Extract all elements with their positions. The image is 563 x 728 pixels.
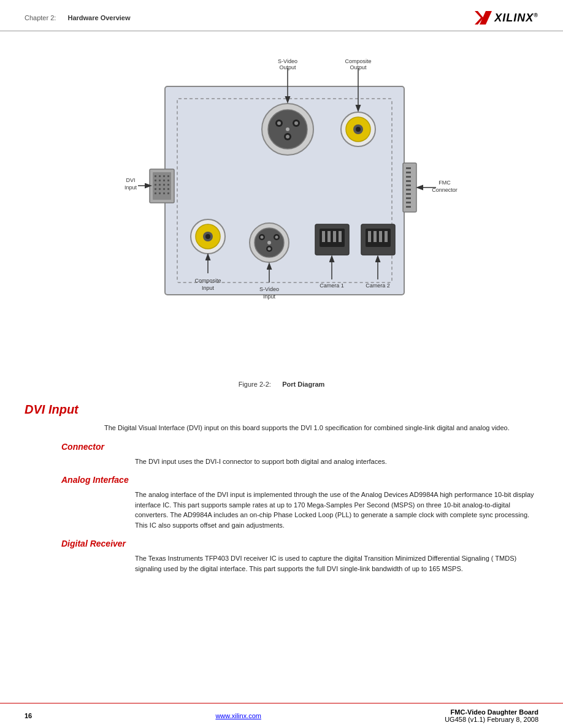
chapter-title: Hardware Overview (67, 14, 130, 21)
page-content: S-Video Output Composite Output DVI Inpu… (0, 31, 563, 594)
svg-text:Camera 1: Camera 1 (320, 282, 344, 289)
svg-rect-68 (339, 231, 342, 242)
page-footer: 16 www.xilinx.com FMC-Video Daughter Boa… (0, 703, 563, 728)
svg-rect-73 (379, 231, 382, 242)
svg-rect-34 (167, 188, 169, 190)
xilinx-text: XILINX® (494, 12, 538, 25)
svg-rect-25 (163, 180, 165, 181)
svg-rect-39 (403, 163, 416, 212)
svg-text:Input: Input (124, 184, 137, 191)
chapter-label: Chapter 2: (25, 14, 56, 21)
footer-link[interactable]: www.xilinx.com (215, 712, 261, 719)
svg-text:Camera 2: Camera 2 (366, 282, 390, 289)
svg-rect-21 (163, 175, 165, 177)
svg-text:Input: Input (263, 294, 276, 300)
svg-rect-26 (167, 180, 169, 181)
board-diagram: S-Video Output Composite Output DVI Inpu… (104, 50, 459, 368)
svg-rect-49 (406, 206, 411, 208)
svg-rect-45 (406, 189, 411, 191)
svg-text:Output: Output (279, 64, 296, 70)
dvi-input-heading: DVI Input (25, 403, 538, 417)
svg-point-12 (286, 127, 289, 131)
svg-point-10 (294, 121, 298, 125)
svg-rect-37 (163, 192, 165, 194)
svg-text:Output: Output (350, 64, 367, 70)
xilinx-x-icon (475, 11, 492, 25)
svg-point-61 (268, 248, 271, 251)
svg-text:DVI: DVI (126, 177, 135, 183)
svg-rect-28 (159, 184, 161, 186)
figure-title: Port Diagram (282, 381, 324, 388)
digital-receiver-body: The Texas Instruments TFP403 DVI receive… (135, 553, 538, 574)
svg-rect-66 (327, 231, 331, 242)
svg-rect-36 (159, 192, 161, 194)
svg-point-16 (356, 127, 361, 132)
footer-product-title: FMC-Video Daughter Board (445, 708, 538, 716)
svg-rect-67 (333, 231, 336, 242)
svg-rect-30 (167, 184, 169, 186)
analog-interface-body: The analog interface of the DVI input is… (135, 490, 538, 530)
svg-rect-47 (406, 197, 411, 199)
figure-label: Figure 2-2: (239, 381, 271, 388)
svg-text:Composite: Composite (194, 278, 221, 284)
svg-point-53 (205, 234, 210, 239)
svg-rect-20 (159, 175, 161, 177)
analog-interface-heading: Analog Interface (61, 475, 538, 485)
svg-rect-72 (373, 231, 377, 242)
header-chapter-title: Chapter 2: Hardware Overview (25, 14, 131, 21)
svg-text:S-Video: S-Video (259, 286, 279, 292)
svg-rect-31 (155, 188, 156, 190)
svg-point-59 (261, 236, 264, 239)
digital-receiver-heading: Digital Receiver (61, 539, 538, 548)
svg-rect-23 (155, 180, 156, 181)
svg-rect-41 (406, 172, 411, 173)
svg-rect-35 (155, 192, 156, 194)
svg-rect-42 (406, 176, 411, 178)
svg-rect-74 (385, 231, 388, 242)
svg-rect-29 (163, 184, 165, 186)
svg-rect-65 (322, 231, 325, 242)
svg-rect-27 (155, 184, 156, 186)
svg-rect-38 (167, 192, 169, 194)
svg-rect-19 (155, 175, 156, 177)
svg-text:Connector: Connector (432, 187, 458, 193)
svg-point-11 (286, 135, 289, 138)
connector-heading: Connector (61, 442, 538, 452)
svg-rect-44 (406, 184, 411, 186)
figure-caption: Figure 2-2: Port Diagram (25, 381, 538, 388)
svg-rect-24 (159, 180, 161, 181)
page-header: Chapter 2: Hardware Overview XILINX® (0, 0, 563, 31)
svg-rect-48 (406, 202, 411, 203)
svg-rect-43 (406, 180, 411, 182)
connector-body: The DVI input uses the DVI-I connector t… (135, 457, 538, 467)
footer-url[interactable]: www.xilinx.com (215, 712, 261, 719)
dvi-input-body: The Digital Visual Interface (DVI) input… (104, 423, 538, 433)
svg-point-60 (275, 236, 278, 239)
svg-rect-71 (368, 231, 371, 242)
svg-rect-32 (159, 188, 161, 190)
page-number: 16 (25, 712, 32, 719)
diagram-wrapper: S-Video Output Composite Output DVI Inpu… (104, 50, 459, 368)
diagram-container: S-Video Output Composite Output DVI Inpu… (25, 50, 538, 368)
footer-doc-info: UG458 (v1.1) February 8, 2008 (445, 716, 538, 723)
svg-text:S-Video: S-Video (278, 58, 297, 64)
footer-product-info: FMC-Video Daughter Board UG458 (v1.1) Fe… (445, 708, 538, 723)
svg-text:FMC: FMC (439, 180, 451, 186)
svg-rect-22 (167, 175, 169, 177)
svg-rect-33 (163, 188, 165, 190)
svg-rect-40 (406, 167, 411, 169)
svg-point-9 (277, 121, 281, 125)
svg-text:Input: Input (202, 285, 215, 291)
svg-rect-46 (406, 193, 411, 195)
svg-text:Composite: Composite (345, 58, 371, 64)
xilinx-logo: XILINX® (475, 11, 538, 25)
svg-point-62 (267, 241, 271, 245)
